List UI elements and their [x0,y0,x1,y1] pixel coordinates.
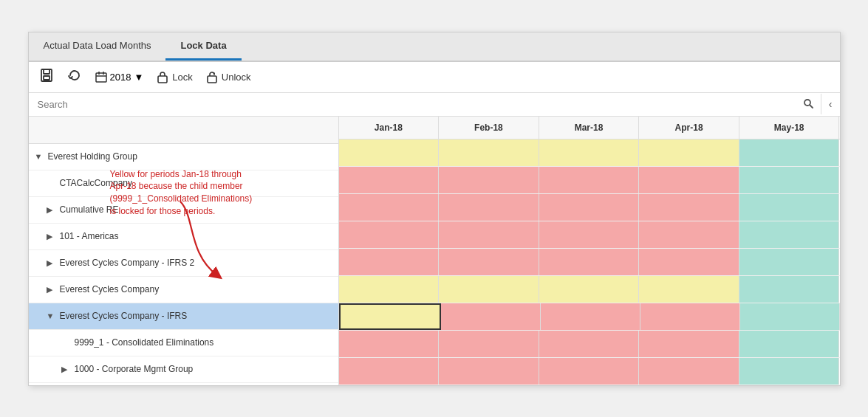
col-header-apr18: Apr-18 [639,117,739,139]
grid-cell-0-3[interactable] [639,139,739,166]
tree-row-cycles-ifrs2[interactable]: ▶ Everest Cycles Company - IFRS 2 [29,250,338,277]
grid-cell-2-3[interactable] [639,194,739,221]
grid-cell-7-4[interactable] [739,331,840,357]
grid-cell-2-2[interactable] [539,194,640,221]
grid-cell-4-3[interactable] [639,249,739,275]
toggle-corporate-mgmt[interactable]: ▶ [61,365,72,374]
row-label-corporate-mgmt: 1000 - Corporate Mgmt Group [75,364,194,374]
tab-actual-data[interactable]: Actual Data Load Months [29,32,166,61]
row-label-cycles-ifrs: Everest Cycles Company - IFRS [60,311,188,321]
grid-cell-1-1[interactable] [439,167,539,193]
grid-cell-7-3[interactable] [639,331,739,357]
search-bar: ‹ [29,93,840,117]
lock-button[interactable]: Lock [157,70,192,83]
row-label-everest-holding: Everest Holding Group [48,151,137,162]
main-content-outer: Yellow for periods Jan-18 through Apr-18… [29,117,840,385]
grid-cell-1-2[interactable] [539,167,640,193]
search-icon[interactable] [796,94,821,115]
toggle-americas[interactable]: ▶ [47,232,57,241]
col-header-may18: May-18 [739,117,840,139]
grid-cell-0-1[interactable] [439,139,539,166]
grid-cell-1-3[interactable] [639,167,739,193]
unlock-button[interactable]: Unlock [206,70,251,83]
column-headers: Jan-18 Feb-18 Mar-18 Apr-18 May-18 [339,117,840,139]
grid-cell-2-4[interactable] [739,194,840,221]
grid-cell-6-0[interactable] [339,303,441,330]
main-content: ▼ Everest Holding Group CTACalcCompany ▶… [29,117,840,385]
grid-cell-6-2[interactable] [541,303,640,330]
refresh-icon[interactable] [67,68,82,86]
tree-row-corporate-mgmt[interactable]: ▶ 1000 - Corporate Mgmt Group [29,356,338,383]
grid-cell-1-4[interactable] [739,167,840,193]
grid-cell-4-0[interactable] [339,249,440,275]
grid-cell-5-0[interactable] [339,276,440,303]
tab-lock-data[interactable]: Lock Data [165,32,241,61]
svg-rect-7 [158,76,167,83]
grid-cell-4-1[interactable] [439,249,539,275]
grid-cell-3-1[interactable] [439,221,539,248]
tree-row-cycles-ifrs[interactable]: ▼ Everest Cycles Company - IFRS [29,303,338,330]
grid-cell-8-1[interactable] [439,358,539,385]
collapse-icon[interactable]: ‹ [821,94,840,114]
grid-cell-8-4[interactable] [739,358,840,385]
toggle-consolidated-elim [61,338,72,347]
grid-cell-5-1[interactable] [439,276,539,303]
grid-cell-2-1[interactable] [439,194,539,221]
grid-row-6 [339,303,840,331]
grid-cell-6-3[interactable] [640,303,740,330]
grid-cell-0-4[interactable] [739,139,840,166]
grid-cell-7-0[interactable] [339,331,440,357]
data-grid: Jan-18 Feb-18 Mar-18 Apr-18 May-18 [339,117,840,385]
tree-row-americas[interactable]: ▶ 101 - Americas [29,224,338,250]
svg-rect-8 [208,76,216,83]
grid-row-3 [339,221,840,249]
grid-cell-3-2[interactable] [539,221,640,248]
grid-cell-5-3[interactable] [639,276,739,303]
grid-row-7 [339,331,840,358]
grid-cell-1-0[interactable] [339,167,440,193]
grid-cell-3-0[interactable] [339,221,440,248]
search-input[interactable] [29,93,796,116]
tree-row-cumulative-re[interactable]: ▶ Cumulative RE [29,197,338,224]
tree-row-everest-holding[interactable]: ▼ Everest Holding Group [29,144,338,170]
grid-row-2 [339,194,840,221]
grid-cell-0-2[interactable] [539,139,640,166]
tab-bar: Actual Data Load Months Lock Data [29,32,840,62]
grid-cell-6-4[interactable] [740,303,840,330]
grid-cell-8-0[interactable] [339,358,440,385]
col-header-feb18: Feb-18 [439,117,539,139]
svg-point-9 [804,100,810,106]
grid-cell-2-0[interactable] [339,194,440,221]
svg-rect-2 [44,76,49,80]
row-label-cycles-company: Everest Cycles Company [60,284,160,294]
row-label-cycles-ifrs2: Everest Cycles Company - IFRS 2 [60,258,195,268]
toggle-everest-holding[interactable]: ▼ [35,152,45,161]
row-label-americas: 101 - Americas [60,231,119,241]
grid-cell-5-4[interactable] [739,276,840,303]
col-header-mar18: Mar-18 [539,117,640,139]
grid-cell-7-2[interactable] [539,331,640,357]
app-container: Actual Data Load Months Lock Data [28,32,841,386]
toggle-cycles-ifrs2[interactable]: ▶ [47,258,57,268]
grid-cell-3-4[interactable] [739,221,840,248]
grid-cell-4-4[interactable] [739,249,840,275]
save-icon[interactable] [39,68,54,86]
toggle-cycles-ifrs[interactable]: ▼ [47,311,57,320]
toggle-cumulative-re[interactable]: ▶ [47,205,57,215]
grid-cell-8-3[interactable] [639,358,739,385]
svg-rect-3 [96,73,106,82]
toggle-cycles-company[interactable]: ▶ [47,285,57,294]
grid-cell-6-1[interactable] [441,303,541,330]
grid-cell-0-0[interactable] [339,139,440,166]
grid-cell-7-1[interactable] [439,331,539,357]
toggle-cta-calc [47,179,57,187]
tree-row-cycles-company[interactable]: ▶ Everest Cycles Company [29,277,338,303]
grid-cell-3-3[interactable] [639,221,739,248]
grid-row-4 [339,249,840,276]
grid-cell-8-2[interactable] [539,358,640,385]
grid-cell-5-2[interactable] [539,276,640,303]
tree-row-consolidated-elim[interactable]: 9999_1 - Consolidated Eliminations [29,330,338,356]
tree-row-cta-calc[interactable]: CTACalcCompany [29,170,338,197]
year-selector[interactable]: 2018 ▼ [95,71,144,83]
grid-cell-4-2[interactable] [539,249,640,275]
